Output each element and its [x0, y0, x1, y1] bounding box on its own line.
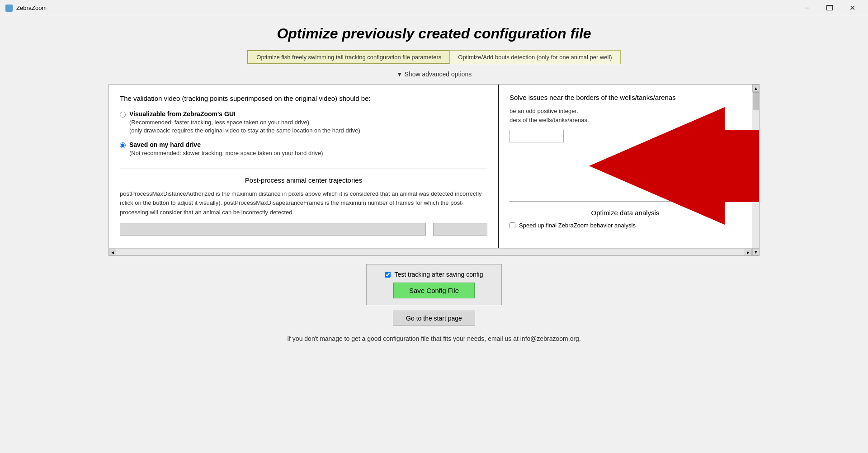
- title-bar-left: ZebraZoom: [5, 5, 47, 12]
- tab-fish[interactable]: Optimize fish freely swimming tail track…: [247, 50, 449, 64]
- radio-visualizable[interactable]: [120, 112, 126, 118]
- show-advanced-toggle[interactable]: ▼ Show advanced options: [396, 71, 472, 78]
- horizontal-scrollbar[interactable]: ◄ ►: [109, 248, 752, 255]
- post-process-description: postProcessMaxDistanceAuthorized is the …: [120, 189, 487, 217]
- solve-issues-title: Solve issues near the borders of the wel…: [509, 94, 741, 101]
- radio-desc-visualizable: (Recommended: faster tracking, less spac…: [129, 119, 360, 134]
- page-title: Optimize previously created configuratio…: [277, 25, 591, 42]
- scroll-down-arrow[interactable]: ▼: [752, 248, 760, 255]
- maximize-button[interactable]: 🗖: [819, 2, 840, 14]
- solve-issues-desc1: be an odd positive integer.: [509, 107, 741, 116]
- right-column: Solve issues near the borders of the wel…: [499, 85, 752, 248]
- app-icon: [5, 5, 13, 12]
- test-tracking-row: Test tracking after saving config: [385, 271, 483, 278]
- radio-label-visualizable: Visualizable from ZebraZoom's GUI (Recom…: [129, 110, 360, 135]
- radio-desc-saved: (Not recommended: slower tracking, more …: [129, 150, 323, 156]
- speedup-checkbox-row: Speed up final ZebraZoom behavior analys…: [509, 222, 741, 229]
- radio-title-visualizable: Visualizable from ZebraZoom's GUI: [129, 110, 360, 118]
- radio-saved[interactable]: [120, 142, 126, 148]
- tab-bouts[interactable]: Optimize/Add bouts detection (only for o…: [449, 50, 620, 64]
- validation-video-title: The validation video (tracking points su…: [120, 94, 487, 103]
- tabs-row: Optimize fish freely swimming tail track…: [247, 50, 620, 64]
- main-content: Optimize previously created configuratio…: [0, 16, 868, 351]
- close-button[interactable]: ✕: [842, 2, 863, 14]
- scroll-left-arrow[interactable]: ◄: [109, 249, 116, 256]
- speedup-checkbox[interactable]: [509, 222, 515, 228]
- vertical-scrollbar[interactable]: ▲ ▼: [752, 85, 759, 255]
- content-scroll: The validation video (tracking points su…: [109, 85, 759, 255]
- solve-issues-desc2: ders of the wells/tanks/arenas.: [509, 116, 741, 125]
- test-tracking-label: Test tracking after saving config: [394, 271, 483, 278]
- left-column-top: The validation video (tracking points su…: [109, 85, 499, 248]
- radio-label-saved: Saved on my hard drive (Not recommended:…: [129, 141, 323, 157]
- minimize-button[interactable]: −: [797, 2, 817, 14]
- two-column-layout: The validation video (tracking points su…: [109, 85, 752, 248]
- save-config-button[interactable]: Save Config File: [393, 283, 475, 298]
- show-advanced-label: ▼ Show advanced options: [396, 71, 472, 78]
- post-process-input-1[interactable]: [120, 223, 426, 236]
- test-tracking-checkbox[interactable]: [385, 272, 391, 278]
- radio-group: Visualizable from ZebraZoom's GUI (Recom…: [120, 110, 487, 158]
- post-process-input-2[interactable]: [433, 223, 487, 236]
- scrollbar-track-v: [752, 85, 759, 255]
- divider: Post-process animal center trajectories …: [120, 169, 487, 236]
- radio-title-saved: Saved on my hard drive: [129, 141, 323, 148]
- solve-issues-input[interactable]: [509, 130, 564, 142]
- right-bottom-section: Optimize data analysis Speed up final Ze…: [509, 201, 741, 229]
- scroll-right-arrow[interactable]: ►: [745, 249, 752, 256]
- title-bar: ZebraZoom − 🗖 ✕: [0, 0, 868, 16]
- optimize-data-title: Optimize data analysis: [509, 209, 741, 217]
- post-process-title: Post-process animal center trajectories: [120, 176, 487, 184]
- app-title: ZebraZoom: [16, 5, 47, 11]
- speedup-label: Speed up final ZebraZoom behavior analys…: [519, 222, 636, 229]
- post-process-inputs: [120, 223, 487, 236]
- bottom-toolbar: Test tracking after saving config Save C…: [287, 264, 581, 342]
- scroll-up-arrow[interactable]: ▲: [752, 85, 760, 92]
- radio-option-saved: Saved on my hard drive (Not recommended:…: [120, 141, 487, 157]
- scrollbar-thumb-v[interactable]: [753, 92, 759, 110]
- toolbar-box: Test tracking after saving config Save C…: [366, 264, 502, 305]
- content-area: The validation video (tracking points su…: [108, 84, 760, 256]
- footer-text: If you don't manage to get a good config…: [287, 335, 581, 342]
- radio-option-visualizable: Visualizable from ZebraZoom's GUI (Recom…: [120, 110, 487, 135]
- start-page-button[interactable]: Go to the start page: [393, 311, 475, 326]
- title-bar-controls: − 🗖 ✕: [797, 2, 863, 14]
